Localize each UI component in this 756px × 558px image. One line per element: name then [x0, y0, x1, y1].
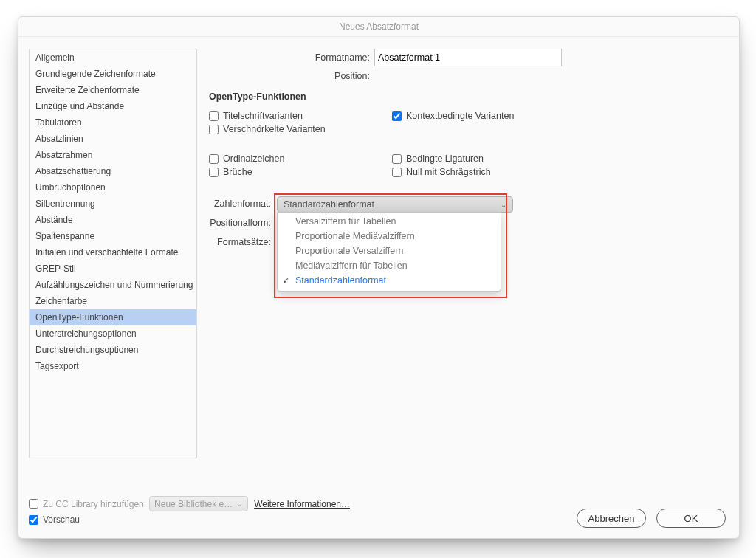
checkbox-label: Ordinalzeichen: [223, 154, 284, 164]
fractions-checkbox[interactable]: Brüche: [209, 167, 392, 177]
chevron-down-icon: ⌄: [501, 201, 506, 209]
zahlenformat-option[interactable]: Mediävalziffern für Tabellen: [278, 258, 501, 273]
category-sidebar: AllgemeinGrundlegende ZeichenformateErwe…: [29, 49, 197, 458]
zahlenformat-option[interactable]: Proportionale Versalziffern: [278, 244, 501, 258]
zahlenformat-menu: Versalziffern für TabellenProportionale …: [277, 212, 501, 292]
zahlenformat-option[interactable]: ✓Standardzahlenformat: [278, 273, 501, 288]
checkbox-label: Null mit Schrägstrich: [406, 167, 491, 177]
preview-label: Vorschau: [43, 514, 80, 525]
sidebar-item[interactable]: Allgemein: [30, 49, 196, 66]
option-label: Versalziffern für Tabellen: [295, 216, 396, 227]
main-panel: Formatname: Position: OpenType-Funktione…: [209, 49, 726, 458]
sidebar-item[interactable]: Durchstreichungsoptionen: [30, 342, 196, 358]
sidebar-item[interactable]: Einzüge und Abstände: [30, 98, 196, 114]
sidebar-item[interactable]: Erweiterte Zeichenformate: [30, 82, 196, 98]
dialog-footer: Zu CC Library hinzufügen: Neue Bibliothe…: [29, 496, 726, 528]
sidebar-item[interactable]: Grundlegende Zeichenformate: [30, 66, 196, 82]
zahlenformat-option[interactable]: Versalziffern für Tabellen: [278, 214, 501, 229]
titling-variants-checkbox[interactable]: Titelschriftvarianten: [209, 111, 392, 121]
sidebar-item[interactable]: Spaltenspanne: [30, 228, 196, 244]
sidebar-item[interactable]: GREP-Stil: [30, 261, 196, 277]
preview-checkbox[interactable]: [29, 515, 38, 525]
sidebar-item[interactable]: Zeichenfarbe: [30, 293, 196, 309]
dropdown-value: Standardzahlenformat: [284, 199, 374, 210]
dropdown-value: Neue Bibliothek e…: [154, 499, 233, 509]
check-icon: ✓: [283, 276, 289, 286]
checkbox-label: Brüche: [223, 167, 252, 177]
dropdown-labels: Zahlenformat: Positionalform: Formatsätz…: [209, 196, 271, 249]
swash-variants-checkbox[interactable]: Verschnörkelte Varianten: [209, 124, 392, 134]
sidebar-item[interactable]: Absatzschattierung: [30, 163, 196, 179]
checkbox-label: Bedingte Ligaturen: [406, 154, 484, 164]
option-label: Mediävalziffern für Tabellen: [295, 261, 408, 271]
sidebar-item[interactable]: Tabulatoren: [30, 114, 196, 131]
checkbox-label: Verschnörkelte Varianten: [223, 124, 326, 134]
discretionary-ligatures-checkbox[interactable]: Bedingte Ligaturen: [392, 154, 575, 164]
zahlenformat-option[interactable]: Proportionale Mediävalziffern: [278, 229, 501, 244]
more-info-link[interactable]: Weitere Informationen…: [254, 499, 350, 509]
sidebar-item[interactable]: Unterstreichungsoptionen: [30, 326, 196, 342]
sidebar-item[interactable]: Absatzlinien: [30, 131, 196, 147]
position-label: Position:: [209, 71, 374, 81]
sidebar-item[interactable]: Umbruchoptionen: [30, 179, 196, 196]
option-label: Proportionale Versalziffern: [295, 246, 403, 256]
checkbox-label: Kontextbedingte Varianten: [406, 111, 514, 121]
sidebar-item[interactable]: Silbentrennung: [30, 196, 196, 212]
dialog-window: Neues Absatzformat AllgemeinGrundlegende…: [18, 16, 740, 539]
section-title: OpenType-Funktionen: [209, 92, 726, 102]
sidebar-item[interactable]: Abstände: [30, 212, 196, 228]
sidebar-item[interactable]: OpenType-Funktionen: [30, 309, 196, 326]
formatname-label: Formatname:: [209, 52, 374, 63]
formatsaetze-label: Formatsätze:: [217, 235, 271, 249]
option-label: Proportionale Mediävalziffern: [295, 231, 415, 241]
zahlenformat-dropdown[interactable]: Standardzahlenformat ⌄: [277, 196, 513, 213]
sidebar-item[interactable]: Aufzählungszeichen und Nummerierung: [30, 277, 196, 293]
cc-library-dropdown[interactable]: Neue Bibliothek e… ⌄: [149, 496, 248, 512]
contextual-variants-checkbox[interactable]: Kontextbedingte Varianten: [392, 111, 575, 121]
option-label: Standardzahlenformat: [295, 275, 386, 286]
cc-library-checkbox[interactable]: [29, 499, 38, 509]
zahlenformat-label: Zahlenformat:: [214, 196, 271, 211]
checkbox-label: Titelschriftvarianten: [223, 111, 303, 121]
cancel-button[interactable]: Abbrechen: [577, 509, 646, 528]
cc-library-label: Zu CC Library hinzufügen:: [43, 499, 146, 509]
chevron-down-icon: ⌄: [237, 500, 243, 508]
ordinal-checkbox[interactable]: Ordinalzeichen: [209, 154, 392, 164]
sidebar-item[interactable]: Absatzrahmen: [30, 147, 196, 163]
slashed-zero-checkbox[interactable]: Null mit Schrägstrich: [392, 167, 575, 177]
ok-button[interactable]: OK: [656, 509, 726, 528]
positionalform-label: Positionalform:: [210, 216, 271, 230]
sidebar-item[interactable]: Initialen und verschachtelte Formate: [30, 244, 196, 261]
sidebar-item[interactable]: Tagsexport: [30, 358, 196, 374]
formatname-input[interactable]: [374, 49, 562, 66]
window-title: Neues Absatzformat: [18, 17, 739, 37]
